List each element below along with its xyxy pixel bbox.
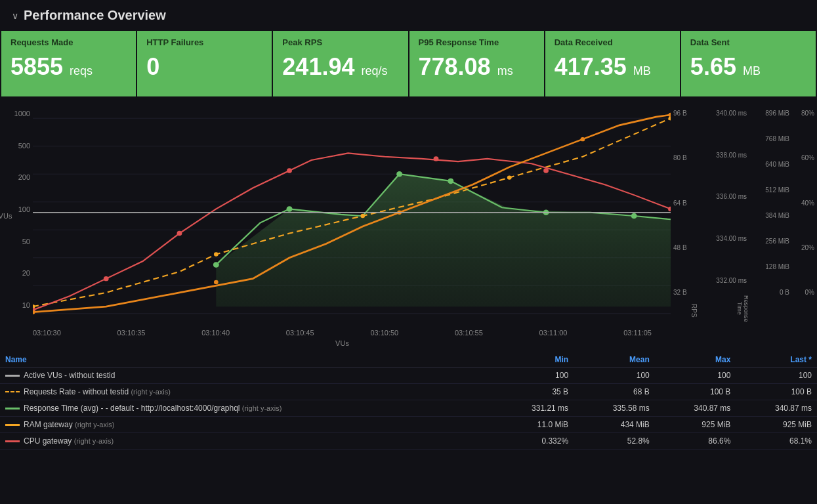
metric-card-data-sent: Data Sent 5.65 MB [681, 31, 816, 96]
mem-tick: 0 B [752, 289, 789, 296]
col-last: Last * [736, 352, 817, 368]
response-tick: 336.00 ms [703, 193, 747, 200]
legend-row: Response Time (avg) - - default - http:/… [0, 400, 817, 417]
col-max: Max [655, 352, 736, 368]
legend-last: 100 [736, 368, 817, 384]
svg-point-32 [669, 113, 671, 117]
metric-label-requests-made: Requests Made [10, 37, 127, 47]
y-axis-left-tick: 20 [7, 269, 30, 277]
x-axis-tick: 03:10:40 [201, 329, 230, 337]
metric-card-peak-rps: Peak RPS 241.94 req/s [273, 31, 408, 96]
legend-min: 100 [492, 368, 574, 384]
svg-point-26 [543, 168, 549, 173]
y-axis-left: VUs 1000500200100502010 [0, 104, 33, 327]
legend-name: RAM gateway (right y-axis) [0, 417, 492, 433]
legend-min: 11.0 MiB [492, 417, 574, 433]
y-axis-left-tick: 200 [7, 173, 30, 181]
col-min: Min [492, 352, 574, 368]
chevron-icon: ∨ [12, 10, 18, 21]
svg-point-18 [360, 214, 365, 218]
legend-max: 100 B [655, 384, 736, 400]
legend-row: Active VUs - without testid 100 100 100 … [0, 368, 817, 384]
response-tick: 332.00 ms [703, 277, 747, 284]
legend-min: 331.21 ms [492, 400, 574, 417]
page: ∨ Performance Overview Requests Made 585… [0, 0, 817, 504]
svg-marker-9 [216, 174, 671, 306]
mem-tick: 768 MiB [752, 135, 789, 142]
legend-name: Response Time (avg) - - default - http:/… [0, 400, 492, 417]
metric-value-http-failures: 0 [146, 55, 262, 79]
svg-point-17 [214, 252, 219, 256]
metric-value-data-sent: 5.65 MB [690, 55, 807, 79]
legend-max: 925 MiB [655, 417, 736, 433]
metric-value-peak-rps: 241.94 req/s [282, 55, 398, 79]
legend-mean: 335.58 ms [574, 400, 655, 417]
x-axis: 03:10:3003:10:3503:10:4003:10:4503:10:50… [33, 327, 652, 339]
legend-min: 0.332% [492, 433, 574, 450]
legend-last: 68.1% [736, 433, 817, 450]
mem-tick: 512 MiB [752, 186, 789, 194]
legend-last: 925 MiB [736, 417, 817, 433]
rps-tick: 32 B [673, 289, 698, 296]
response-tick: 334.00 ms [703, 235, 747, 242]
pct-tick: 80% [795, 110, 814, 117]
legend-row: CPU gateway (right y-axis) 0.332% 52.8% … [0, 433, 817, 450]
chart-main [33, 104, 671, 327]
svg-point-23 [177, 231, 182, 236]
legend-last: 340.87 ms [736, 400, 817, 417]
right-axes: 96 B80 B64 B48 B32 B RPS 340.00 ms338.00… [671, 104, 817, 327]
metric-value-p95-response-time: 778.08 ms [419, 55, 535, 79]
svg-point-15 [631, 213, 637, 219]
svg-point-31 [581, 137, 585, 141]
legend-max: 100 [655, 368, 736, 384]
mem-values: 896 MiB768 MiB640 MiB512 MiB384 MiB256 M… [749, 104, 792, 301]
svg-point-27 [668, 207, 671, 211]
rps-tick: 80 B [673, 154, 698, 161]
svg-point-19 [507, 175, 512, 179]
rps-label: RPS [671, 301, 700, 320]
response-values: 340.00 ms338.00 ms336.00 ms334.00 ms332.… [700, 104, 749, 289]
svg-point-29 [214, 280, 219, 284]
svg-point-12 [396, 171, 402, 177]
y-axis-vu-label: VUs [0, 212, 12, 220]
x-axis-tick: 03:10:55 [455, 329, 483, 337]
x-axis-tick: 03:10:50 [370, 329, 398, 337]
x-axis-tick: 03:10:35 [117, 329, 146, 337]
legend-name: Active VUs - without testid [0, 368, 492, 384]
legend-name: CPU gateway (right y-axis) [0, 433, 492, 450]
legend-section: Name Min Mean Max Last * Active VUs - wi… [0, 352, 817, 450]
response-axis: 340.00 ms338.00 ms336.00 ms334.00 ms332.… [700, 104, 749, 327]
metrics-row: Requests Made 5855 reqs HTTP Failures 0 … [0, 31, 817, 98]
mem-tick: 384 MiB [752, 212, 789, 219]
metric-card-data-received: Data Received 417.35 MB [545, 31, 680, 96]
metric-value-requests-made: 5855 reqs [10, 55, 127, 79]
rps-tick: 64 B [673, 200, 698, 207]
svg-point-13 [448, 178, 453, 184]
rps-tick: 96 B [673, 110, 698, 117]
legend-max: 86.6% [655, 433, 736, 450]
metric-label-http-failures: HTTP Failures [146, 37, 262, 47]
legend-last: 100 B [736, 384, 817, 400]
x-axis-tick: 03:11:00 [539, 329, 568, 337]
rps-tick: 48 B [673, 244, 698, 251]
svg-point-10 [213, 262, 219, 268]
svg-point-25 [434, 156, 439, 161]
legend-mean: 68 B [574, 384, 655, 400]
y-axis-left-tick: 1000 [7, 110, 30, 117]
legend-mean: 100 [574, 368, 655, 384]
x-axis-label: VUs [33, 339, 652, 350]
page-title: Performance Overview [24, 8, 166, 23]
header: ∨ Performance Overview [0, 0, 817, 31]
mem-tick: 640 MiB [752, 161, 789, 168]
rps-axis: 96 B80 B64 B48 B32 B RPS [671, 104, 700, 327]
legend-name: Requests Rate - without testid (right y-… [0, 384, 492, 400]
y-axis-left-tick: 500 [7, 142, 30, 150]
pct-tick: 60% [795, 154, 814, 161]
chart-container: VUs 1000500200100502010 [0, 98, 817, 350]
legend-table: Name Min Mean Max Last * Active VUs - wi… [0, 352, 817, 450]
svg-point-22 [104, 276, 109, 281]
pct-values: 80%60%40%20%0% [792, 104, 817, 301]
metric-card-http-failures: HTTP Failures 0 [137, 31, 272, 96]
legend-row: RAM gateway (right y-axis) 11.0 MiB 434 … [0, 417, 817, 433]
pct-tick: 40% [795, 200, 814, 207]
